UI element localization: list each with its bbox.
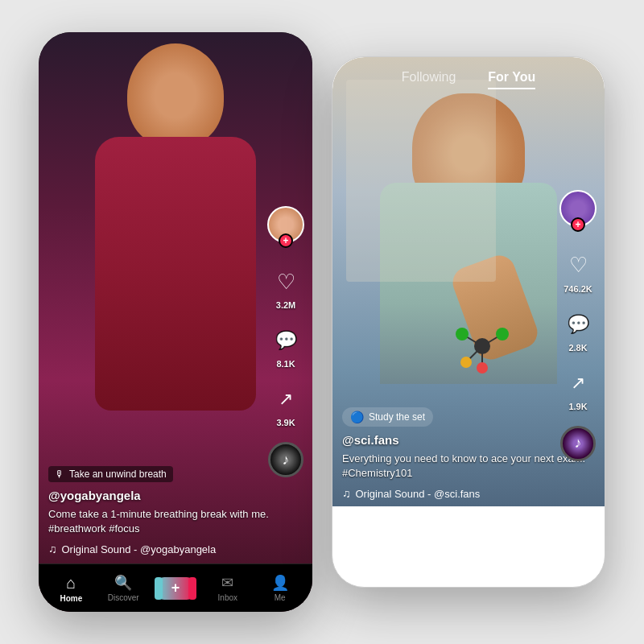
- sound-disc-right: ♪: [560, 426, 596, 461]
- nav-discover[interactable]: 🔍 Discover: [103, 574, 143, 602]
- action-bar-left: + ♡ 3.2M 💬 8.1K ↗ 3.9K ♪: [267, 206, 304, 477]
- sound-text-left: Original Sound - @yogabyangela: [62, 543, 217, 555]
- voice-icon: 🎙: [55, 469, 64, 480]
- bottom-nav-left: ⌂ Home 🔍 Discover + ✉ Inbox 👤 Me: [39, 564, 312, 612]
- description-right: Everything you need to know to ace your …: [342, 452, 595, 481]
- nav-discover-label: Discover: [108, 593, 139, 602]
- share-icon: ↗: [270, 383, 302, 415]
- nav-create[interactable]: +: [155, 577, 196, 600]
- like-count-left: 3.2M: [276, 300, 295, 310]
- comment-icon: 💬: [270, 324, 302, 357]
- music-icon-right: ♫: [342, 487, 351, 500]
- phone-right: Following For You + ♡ 746.2K 💬 2.8K ↗ 1.…: [332, 56, 605, 588]
- study-icon: 🔵: [350, 411, 364, 423]
- create-icon[interactable]: +: [158, 577, 193, 600]
- tab-following[interactable]: Following: [402, 70, 456, 89]
- nav-home-label: Home: [60, 594, 82, 603]
- heart-icon: ♡: [270, 266, 302, 298]
- comment-count-right: 2.8K: [568, 343, 587, 353]
- share-button-right[interactable]: ↗ 1.9K: [562, 367, 594, 411]
- sound-row-right: ♫ Original Sound - @sci.fans: [342, 487, 595, 500]
- search-icon: 🔍: [114, 574, 132, 592]
- sound-text-right: Original Sound - @sci.fans: [356, 488, 481, 500]
- nav-me[interactable]: 👤 Me: [260, 574, 300, 602]
- action-bar-right: + ♡ 746.2K 💬 2.8K ↗ 1.9K ♪: [559, 190, 597, 461]
- description-left: Come take a 1-minute breathing break wit…: [48, 507, 303, 536]
- bottom-content-left: 🎙 Take an unwind breath @yogabyangela Co…: [39, 466, 312, 555]
- svg-point-4: [474, 338, 490, 354]
- home-icon: ⌂: [66, 574, 76, 592]
- nav-home[interactable]: ⌂ Home: [51, 574, 91, 603]
- share-count-right: 1.9K: [568, 402, 587, 411]
- woman-torso: [95, 137, 256, 411]
- music-icon-left: ♫: [48, 543, 57, 555]
- share-icon-right: ↗: [562, 367, 594, 399]
- nav-inbox[interactable]: ✉ Inbox: [208, 574, 248, 602]
- follow-plus-left[interactable]: +: [279, 233, 293, 248]
- like-button-right[interactable]: ♡ 746.2K: [562, 250, 594, 294]
- top-tabs-right: Following For You: [332, 70, 605, 89]
- profile-icon: 👤: [271, 574, 289, 592]
- like-button-left[interactable]: ♡ 3.2M: [270, 266, 302, 310]
- svg-point-6: [496, 328, 509, 341]
- molecule-visual: [446, 318, 518, 378]
- comment-button-left[interactable]: 💬 8.1K: [270, 324, 302, 369]
- phone-left: + ♡ 3.2M 💬 8.1K ↗ 3.9K ♪ 🎙 Take an unwin…: [39, 32, 312, 612]
- study-badge: 🔵 Study the set: [342, 407, 433, 427]
- inbox-icon: ✉: [221, 574, 233, 592]
- comment-icon-right: 💬: [562, 308, 594, 341]
- comment-count-left: 8.1K: [276, 359, 295, 369]
- follow-plus-right[interactable]: +: [571, 217, 585, 232]
- svg-point-8: [460, 357, 472, 368]
- heart-icon-right: ♡: [562, 250, 594, 282]
- sound-badge-text-left: Take an unwind breath: [69, 469, 167, 480]
- sound-badge-left: 🎙 Take an unwind breath: [48, 466, 173, 482]
- woman-face: [127, 43, 224, 148]
- comment-button-right[interactable]: 💬 2.8K: [562, 308, 594, 353]
- share-button-left[interactable]: ↗ 3.9K: [270, 383, 302, 427]
- background-board: [346, 80, 496, 282]
- username-right[interactable]: @sci.fans: [342, 433, 595, 447]
- share-count-left: 3.9K: [276, 418, 295, 427]
- svg-point-7: [477, 362, 488, 374]
- nav-inbox-label: Inbox: [218, 593, 237, 602]
- username-left[interactable]: @yogabyangela: [48, 489, 303, 502]
- like-count-right: 746.2K: [564, 284, 592, 294]
- tab-for-you[interactable]: For You: [488, 70, 535, 89]
- study-badge-text: Study the set: [369, 411, 425, 423]
- svg-point-5: [456, 328, 469, 341]
- nav-me-label: Me: [275, 593, 286, 602]
- sound-row-left: ♫ Original Sound - @yogabyangela: [48, 543, 303, 555]
